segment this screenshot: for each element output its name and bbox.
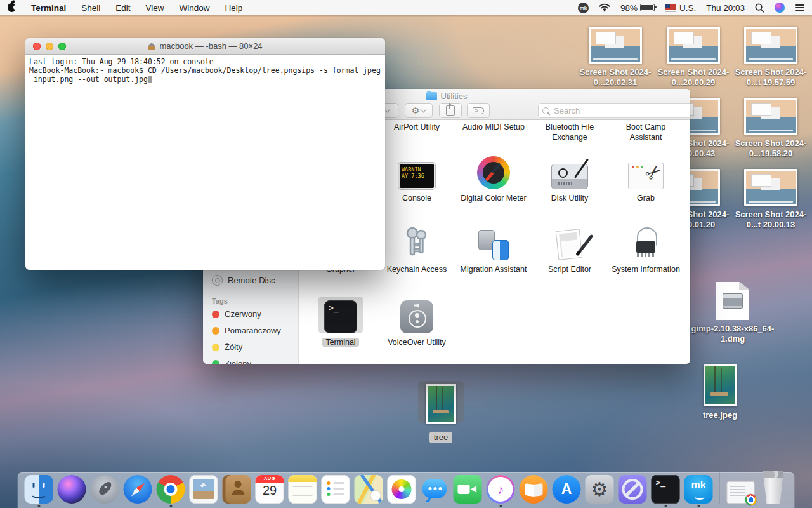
tag-button[interactable]: [467, 103, 490, 118]
app-audio-midi-setup[interactable]: Audio MIDI Setup: [458, 122, 529, 132]
app-system-information[interactable]: System Information: [610, 224, 681, 274]
apple-menu-icon[interactable]: [8, 3, 16, 12]
zoom-button[interactable]: [58, 43, 66, 50]
file-label: Screen Shot 2024-0...t 20.00.13: [729, 210, 812, 229]
app-keychain-access[interactable]: Keychain Access: [381, 224, 452, 274]
siri-icon[interactable]: [775, 3, 785, 13]
menu-window[interactable]: Window: [180, 3, 210, 13]
app-voiceover-utility[interactable]: VoiceOver Utility: [381, 297, 452, 347]
terminal-titlebar[interactable]: macbook — -bash — 80×24: [25, 38, 385, 55]
dock-calendar[interactable]: AUG 29: [256, 475, 284, 504]
sidebar-item-remote-disc[interactable]: Remote Disc: [212, 275, 275, 286]
app-disk-utility[interactable]: Disk Utility: [534, 152, 605, 203]
tag-label: Czerwony: [225, 309, 261, 319]
script-editor-icon: [552, 227, 587, 260]
desktop-file-tree-jpeg[interactable]: tree.jpeg: [678, 364, 762, 420]
app-bluetooth-file-exchange[interactable]: Bluetooth File Exchange: [534, 122, 605, 142]
desktop-file-screenshot[interactable]: Screen Shot 2024-0...20.02.31: [573, 27, 657, 87]
dock-system-preferences[interactable]: ⚙: [586, 475, 614, 504]
notification-center-icon[interactable]: [795, 4, 804, 11]
desktop-file-screenshot[interactable]: Screen Shot 2024-0...20.00.29: [652, 27, 735, 87]
desktop-file-screenshot[interactable]: Screen Shot 2024-0...19.58.20: [729, 98, 812, 158]
gear-icon: ⚙: [412, 106, 420, 115]
menu-app-name[interactable]: Terminal: [31, 3, 66, 13]
app-grab[interactable]: ✂ Grab: [610, 152, 681, 203]
minimize-button[interactable]: [46, 43, 53, 50]
input-source-status[interactable]: U.S.: [665, 3, 696, 13]
chrome-icon: [157, 475, 185, 504]
dock-finder[interactable]: [25, 475, 53, 504]
search-input[interactable]: [553, 105, 690, 116]
mackeeper-status-icon[interactable]: mk: [578, 3, 589, 13]
dock-trash[interactable]: [759, 475, 788, 504]
dock-reminders[interactable]: [322, 475, 350, 504]
app-digital-color-meter[interactable]: Digital Color Meter: [458, 152, 529, 203]
messages-icon: [421, 475, 449, 504]
mackeeper-icon: mk: [684, 475, 713, 504]
dock-safari[interactable]: [124, 475, 152, 504]
dock-terminal[interactable]: >_: [652, 475, 680, 504]
menu-edit[interactable]: Edit: [115, 3, 130, 13]
app-boot-camp-assistant[interactable]: Boot Camp Assistant: [610, 122, 681, 142]
wifi-icon[interactable]: [599, 3, 610, 12]
screenshot-thumbnail-icon: [667, 27, 720, 64]
close-button[interactable]: [33, 43, 41, 50]
battery-status[interactable]: 98%: [620, 3, 655, 13]
dock-minimized-window[interactable]: [726, 475, 755, 504]
spotlight-search-icon[interactable]: [755, 3, 764, 13]
dock-app-store[interactable]: A: [553, 475, 581, 504]
dock-siri[interactable]: [58, 475, 86, 504]
dock-mail[interactable]: [190, 475, 218, 504]
app-console[interactable]: WARNIN AY 7:36 Console: [381, 152, 452, 203]
disc-icon: [212, 275, 223, 286]
sidebar-tag-red[interactable]: Czerwony: [212, 309, 261, 319]
dock-mackeeper[interactable]: mk: [684, 475, 713, 504]
dock-ibooks[interactable]: [520, 475, 548, 504]
sidebar-tags-header: Tags: [212, 297, 228, 305]
desktop-file-tree-selected[interactable]: tree: [399, 384, 483, 443]
sidebar-tag-yellow[interactable]: Żółty: [212, 342, 242, 352]
dock-chrome[interactable]: [157, 475, 185, 504]
clock[interactable]: Thu 20:03: [706, 3, 745, 13]
grab-icon: ✂: [628, 163, 664, 189]
dock-messages[interactable]: [421, 475, 449, 504]
sidebar-tag-green[interactable]: Zielony: [212, 359, 251, 364]
dock-facetime[interactable]: [454, 475, 482, 504]
search-field-wrap[interactable]: [538, 103, 690, 118]
terminal-line: MacBook-MacBook:~ macbook$ CD /Users/mac…: [29, 66, 381, 75]
photo-file-icon: [704, 364, 737, 406]
ibooks-icon: [520, 475, 548, 504]
share-button[interactable]: [439, 103, 462, 118]
app-store-icon: A: [553, 475, 581, 504]
system-preferences-icon: ⚙: [586, 475, 614, 504]
app-label: Keychain Access: [381, 264, 452, 274]
app-label: Migration Assistant: [458, 264, 529, 274]
app-label: Digital Color Meter: [458, 193, 529, 203]
menu-help[interactable]: Help: [225, 3, 243, 13]
screenshot-thumbnail-icon: [589, 27, 642, 64]
sidebar-tag-orange[interactable]: Pomarańczowy: [212, 326, 281, 335]
app-terminal-selected[interactable]: >_ Terminal: [305, 297, 376, 347]
terminal-window[interactable]: macbook — -bash — 80×24 Last login: Thu …: [25, 38, 385, 270]
desktop-file-screenshot[interactable]: Screen Shot 2024-0...t 19.57.59: [729, 27, 812, 87]
input-source-label: U.S.: [679, 3, 696, 13]
dock-notes[interactable]: [289, 475, 317, 504]
action-gear-button[interactable]: ⚙: [405, 103, 433, 118]
dock-launchpad[interactable]: [91, 475, 119, 504]
terminal-content[interactable]: Last login: Thu Aug 29 18:40:52 on conso…: [25, 55, 385, 86]
dock-itunes[interactable]: ♪: [487, 475, 515, 504]
dock-maps[interactable]: [355, 475, 383, 504]
app-script-editor[interactable]: Script Editor: [534, 224, 605, 274]
maps-icon: [355, 475, 383, 504]
desktop-file-screenshot[interactable]: Screen Shot 2024-0...t 20.00.13: [729, 169, 812, 229]
app-airport-utility[interactable]: AirPort Utility: [381, 122, 452, 132]
desktop-file-gimp-dmg[interactable]: gimp-2.10.38-x86_64-1.dmg: [691, 282, 775, 344]
app-migration-assistant[interactable]: Migration Assistant: [458, 224, 529, 274]
dock-blocked-app[interactable]: [619, 475, 647, 504]
dock-contacts[interactable]: [223, 475, 251, 504]
dock-photos[interactable]: [388, 475, 416, 504]
menu-bar: Terminal Shell Edit View Window Help mk …: [0, 0, 812, 15]
menu-view[interactable]: View: [146, 3, 164, 13]
dock-separator: [719, 472, 720, 504]
menu-shell[interactable]: Shell: [81, 3, 100, 13]
